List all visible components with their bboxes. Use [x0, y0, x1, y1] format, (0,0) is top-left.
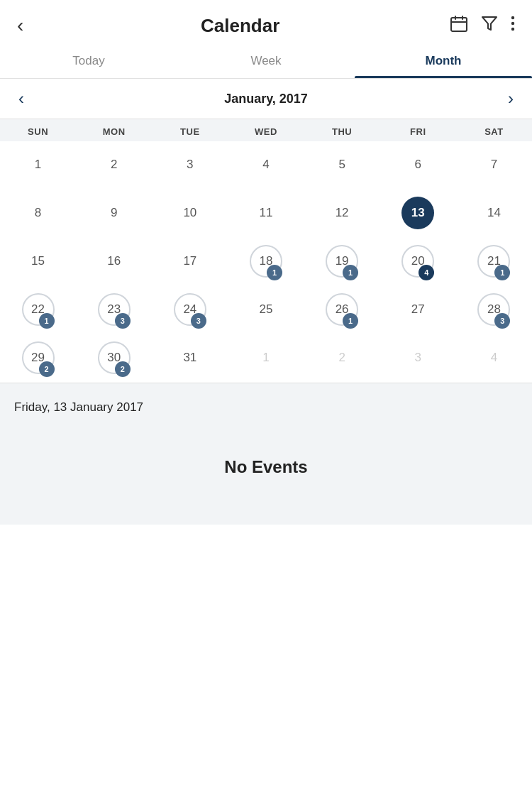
event-badge: 1 — [343, 265, 358, 280]
calendar-day[interactable]: 2 — [76, 141, 152, 190]
date-number[interactable]: 14 — [477, 197, 510, 229]
month-title: January, 2017 — [224, 92, 308, 106]
next-month-button[interactable]: › — [501, 86, 521, 111]
day-headers: SUN MON TUE WED THU FRI SAT — [0, 119, 532, 141]
day-header-sun: SUN — [0, 126, 76, 137]
calendar-day[interactable]: 1 — [228, 334, 304, 383]
date-number[interactable]: 3 — [401, 341, 434, 374]
date-number[interactable]: 11 — [250, 197, 282, 229]
date-number[interactable]: 16 — [98, 245, 131, 278]
event-badge: 1 — [267, 265, 282, 280]
date-number[interactable]: 283 — [477, 293, 510, 326]
date-number[interactable]: 4 — [477, 341, 510, 374]
event-badge: 3 — [494, 313, 510, 329]
date-number[interactable]: 6 — [401, 148, 434, 181]
date-number[interactable]: 2 — [98, 148, 131, 181]
svg-point-6 — [511, 22, 514, 25]
day-header-wed: WED — [228, 126, 304, 137]
prev-month-button[interactable]: ‹ — [11, 86, 31, 111]
calendar-day[interactable]: 31 — [152, 334, 228, 383]
calendar-day[interactable]: 7 — [456, 141, 532, 190]
svg-rect-0 — [451, 18, 467, 31]
calendar-day[interactable]: 12 — [304, 190, 380, 238]
date-number[interactable]: 292 — [22, 341, 55, 374]
calendar-day[interactable]: 283 — [456, 286, 532, 334]
date-number[interactable]: 31 — [174, 341, 206, 374]
bottom-section: Friday, 13 January 2017 No Events — [0, 383, 532, 525]
svg-point-5 — [511, 16, 514, 19]
date-number[interactable]: 10 — [174, 197, 206, 229]
calendar-day[interactable]: 4 — [228, 141, 304, 190]
date-number[interactable]: 211 — [477, 245, 510, 278]
date-number[interactable]: 7 — [477, 148, 510, 181]
day-header-sat: SAT — [456, 126, 532, 137]
calendar-day[interactable]: 11 — [228, 190, 304, 238]
date-number[interactable]: 221 — [22, 293, 55, 326]
calendar-icon[interactable] — [450, 14, 468, 37]
date-number[interactable]: 9 — [98, 197, 131, 229]
calendar-day[interactable]: 3 — [152, 141, 228, 190]
date-number[interactable]: 233 — [98, 293, 131, 326]
svg-point-7 — [511, 28, 514, 31]
calendar-day[interactable]: 261 — [304, 286, 380, 334]
calendar-day[interactable]: 5 — [304, 141, 380, 190]
filter-icon[interactable] — [481, 15, 498, 36]
tab-month[interactable]: Month — [355, 44, 532, 78]
calendar-day[interactable]: 25 — [228, 286, 304, 334]
event-badge: 2 — [39, 361, 55, 377]
calendar-day[interactable]: 233 — [76, 286, 152, 334]
event-badge: 3 — [191, 313, 206, 329]
date-number[interactable]: 181 — [250, 245, 282, 278]
date-number[interactable]: 1 — [22, 148, 55, 181]
calendar-day[interactable]: 8 — [0, 190, 76, 238]
calendar-day[interactable]: 302 — [76, 334, 152, 383]
calendar-day[interactable]: 27 — [380, 286, 456, 334]
back-button[interactable]: ‹ — [17, 14, 23, 37]
calendar-day[interactable]: 10 — [152, 190, 228, 238]
calendar-day[interactable]: 211 — [456, 238, 532, 286]
date-number[interactable]: 191 — [326, 245, 358, 278]
calendar-day[interactable]: 13 — [380, 190, 456, 238]
calendar-day[interactable]: 3 — [380, 334, 456, 383]
date-number[interactable]: 302 — [98, 341, 131, 374]
date-number[interactable]: 17 — [174, 245, 206, 278]
calendar-day[interactable]: 17 — [152, 238, 228, 286]
calendar-day[interactable]: 204 — [380, 238, 456, 286]
more-icon[interactable] — [511, 15, 515, 36]
calendar-day[interactable]: 221 — [0, 286, 76, 334]
event-badge: 1 — [494, 265, 510, 280]
date-number[interactable]: 25 — [250, 293, 282, 326]
date-number[interactable]: 4 — [250, 148, 282, 181]
header-left: ‹ — [17, 14, 31, 37]
tab-week[interactable]: Week — [177, 44, 355, 78]
calendar-grid: 1234567891011121314151617181191204211221… — [0, 141, 532, 383]
calendar-day[interactable]: 16 — [76, 238, 152, 286]
date-number[interactable]: 243 — [174, 293, 206, 326]
date-number[interactable]: 1 — [250, 341, 282, 374]
date-number[interactable]: 8 — [22, 197, 55, 229]
calendar-day[interactable]: 9 — [76, 190, 152, 238]
calendar-day[interactable]: 2 — [304, 334, 380, 383]
calendar-day[interactable]: 181 — [228, 238, 304, 286]
calendar-day[interactable]: 4 — [456, 334, 532, 383]
date-number[interactable]: 12 — [326, 197, 358, 229]
date-number[interactable]: 27 — [401, 293, 434, 326]
calendar-day[interactable]: 15 — [0, 238, 76, 286]
tab-today[interactable]: Today — [0, 44, 177, 78]
date-number[interactable]: 15 — [22, 245, 55, 278]
event-badge: 4 — [419, 265, 434, 280]
calendar-day[interactable]: 191 — [304, 238, 380, 286]
calendar-day[interactable]: 1 — [0, 141, 76, 190]
date-number[interactable]: 2 — [326, 341, 358, 374]
date-number[interactable]: 204 — [401, 245, 434, 278]
page-title: Calendar — [31, 15, 450, 37]
date-number[interactable]: 3 — [174, 148, 206, 181]
calendar-day[interactable]: 6 — [380, 141, 456, 190]
date-number[interactable]: 13 — [401, 197, 434, 229]
calendar-day[interactable]: 292 — [0, 334, 76, 383]
date-number[interactable]: 5 — [326, 148, 358, 181]
calendar-day[interactable]: 14 — [456, 190, 532, 238]
date-number[interactable]: 261 — [326, 293, 358, 326]
calendar-day[interactable]: 243 — [152, 286, 228, 334]
no-events-label: No Events — [14, 436, 518, 498]
